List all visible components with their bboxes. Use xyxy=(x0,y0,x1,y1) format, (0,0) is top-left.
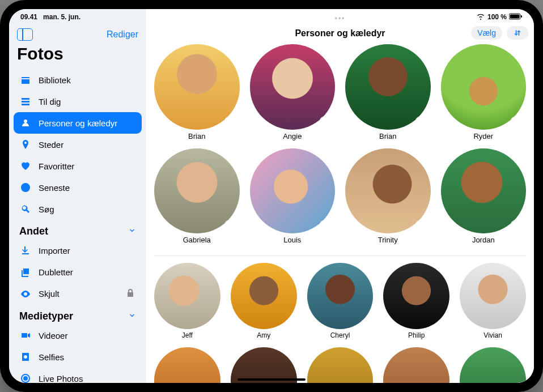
selfie-icon xyxy=(19,351,32,363)
person-card[interactable]: Amy xyxy=(231,263,297,339)
main-actions: Vælg xyxy=(471,26,528,40)
person-name: Jordan xyxy=(472,236,495,244)
person-card[interactable] xyxy=(154,347,220,383)
sidebar: Rediger Fotos BibliotekTil digPersoner o… xyxy=(9,9,146,383)
people-scroll[interactable]: Brian Angie Brian Ryder xyxy=(146,44,534,383)
favorite-badge[interactable] xyxy=(208,319,218,329)
sidebar-item-import[interactable]: Importer xyxy=(14,240,142,261)
select-label: Vælg xyxy=(477,28,496,37)
person-card[interactable]: Brian xyxy=(345,44,431,140)
clock-icon xyxy=(19,181,32,194)
sidebar-item-video[interactable]: Videoer xyxy=(14,325,142,346)
person-name: Ryder xyxy=(473,132,493,140)
sidebar-item-label: Skjult xyxy=(39,289,60,299)
favorite-badge[interactable] xyxy=(319,220,332,232)
favorite-badge[interactable] xyxy=(285,319,295,329)
screen: 09.41 man. 5. jun. 100 % Rediger Fotos B… xyxy=(9,9,534,383)
section-head[interactable]: Medietyper xyxy=(14,305,142,325)
heart-icon xyxy=(513,118,520,126)
sidebar-item-hidden[interactable]: Skjult xyxy=(14,283,142,305)
status-date: man. 5. jun. xyxy=(43,13,80,21)
person-name: Gabriela xyxy=(183,236,211,244)
favorite-badge[interactable] xyxy=(510,220,523,232)
sidebar-nav[interactable]: BibliotekTil digPersoner og kæledyrStede… xyxy=(9,69,146,383)
toggle-sidebar-icon[interactable] xyxy=(17,28,33,41)
library-icon xyxy=(19,74,32,86)
favorite-badge[interactable] xyxy=(510,116,523,129)
favorite-badge[interactable] xyxy=(360,319,371,329)
person-card[interactable]: Vivian xyxy=(460,263,526,339)
person-name: Louis xyxy=(283,236,301,244)
status-left: 09.41 man. 5. jun. xyxy=(20,13,80,21)
sidebar-item-live[interactable]: Live Photos xyxy=(14,368,142,383)
person-card[interactable]: Louis xyxy=(250,148,336,245)
sidebar-item-label: Selfies xyxy=(39,352,64,362)
sidebar-item-pin[interactable]: Steder xyxy=(14,134,142,155)
avatar xyxy=(307,347,374,383)
person-card[interactable]: Cheryl xyxy=(307,263,374,339)
device-frame: 09.41 man. 5. jun. 100 % Rediger Fotos B… xyxy=(0,0,543,392)
sidebar-item-library[interactable]: Bibliotek xyxy=(14,69,142,91)
status-right: 100 % xyxy=(476,13,523,22)
app-title: Fotos xyxy=(9,44,146,69)
sidebar-item-heart[interactable]: Favoritter xyxy=(14,155,142,177)
person-card[interactable]: Jordan xyxy=(441,148,527,245)
select-button[interactable]: Vælg xyxy=(471,26,502,40)
status-time: 09.41 xyxy=(20,13,37,21)
sidebar-item-selfie[interactable]: Selfies xyxy=(14,346,142,368)
person-card[interactable]: Angie xyxy=(250,44,336,140)
sidebar-item-label: Til dig xyxy=(39,97,61,106)
favorite-badge[interactable] xyxy=(224,116,236,129)
foryou-icon xyxy=(19,95,32,108)
avatar xyxy=(345,148,431,234)
avatar xyxy=(154,263,220,329)
face-image xyxy=(154,347,220,383)
favorite-badge[interactable] xyxy=(319,116,332,129)
avatar xyxy=(441,44,527,130)
search-icon xyxy=(19,203,32,215)
lock-icon xyxy=(125,287,136,300)
favorite-badge[interactable] xyxy=(437,319,447,329)
person-name: Brian xyxy=(379,132,396,140)
person-card[interactable] xyxy=(231,347,297,383)
sidebar-item-label: Live Photos xyxy=(39,374,83,384)
dupes-icon xyxy=(19,266,32,278)
sidebar-item-foryou[interactable]: Til dig xyxy=(14,91,142,112)
page-title: Personer og kæledyr xyxy=(295,28,385,39)
favorite-badge[interactable] xyxy=(514,319,524,329)
person-card[interactable]: Trinity xyxy=(345,148,431,245)
person-card[interactable]: Jeff xyxy=(154,263,220,339)
section-head[interactable]: Andet xyxy=(14,220,142,240)
heart-icon xyxy=(210,321,216,327)
sidebar-item-label: Søg xyxy=(39,204,54,214)
sidebar-item-people[interactable]: Personer og kæledyr xyxy=(14,112,142,134)
person-card[interactable] xyxy=(460,347,526,383)
favorite-badge[interactable] xyxy=(224,220,236,232)
sidebar-item-dupes[interactable]: Dubletter xyxy=(14,261,142,283)
battery-icon xyxy=(509,13,523,22)
favorite-badge[interactable] xyxy=(415,220,427,232)
person-card[interactable]: Gabriela xyxy=(154,148,240,245)
person-card[interactable]: Brian xyxy=(154,44,240,140)
section-title: Medietyper xyxy=(19,310,73,322)
svg-rect-2 xyxy=(521,15,522,18)
sidebar-item-search[interactable]: Søg xyxy=(14,198,142,220)
chevron-down-icon xyxy=(128,310,136,322)
home-indicator[interactable] xyxy=(237,378,306,381)
heart-icon xyxy=(286,321,292,327)
person-card[interactable]: Ryder xyxy=(441,44,527,140)
sidebar-item-label: Importer xyxy=(39,246,70,255)
person-name: Cheryl xyxy=(330,331,350,339)
avatar xyxy=(250,44,336,130)
sidebar-item-label: Seneste xyxy=(39,183,70,193)
avatar xyxy=(307,263,374,329)
sort-button[interactable] xyxy=(507,26,528,40)
person-card[interactable]: Philip xyxy=(383,263,449,339)
edit-button[interactable]: Rediger xyxy=(107,29,138,40)
person-card[interactable] xyxy=(307,347,374,383)
sidebar-item-clock[interactable]: Seneste xyxy=(14,177,142,198)
person-card[interactable] xyxy=(383,347,449,383)
avatar xyxy=(250,148,336,234)
heart-icon xyxy=(226,118,234,126)
favorite-badge[interactable] xyxy=(415,116,427,129)
